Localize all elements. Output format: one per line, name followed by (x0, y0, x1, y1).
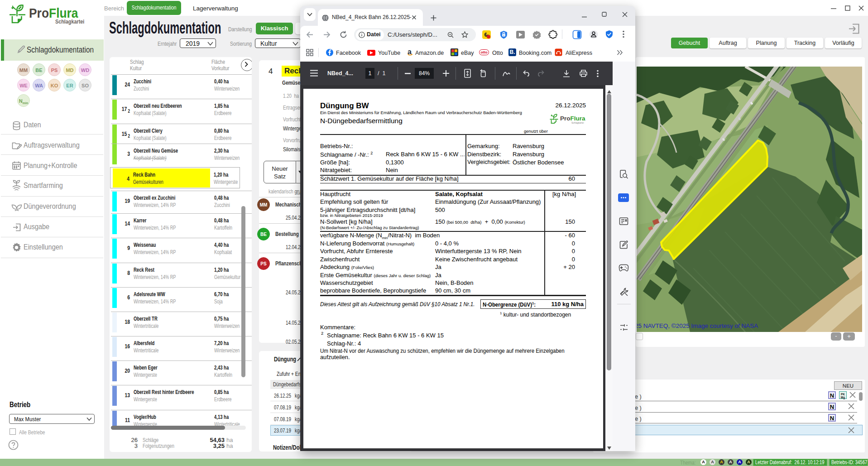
svg-text:25 NAVTEQ, ©2025 Image courtes: 25 NAVTEQ, ©2025 Image courtesy of NASA (637, 322, 758, 329)
